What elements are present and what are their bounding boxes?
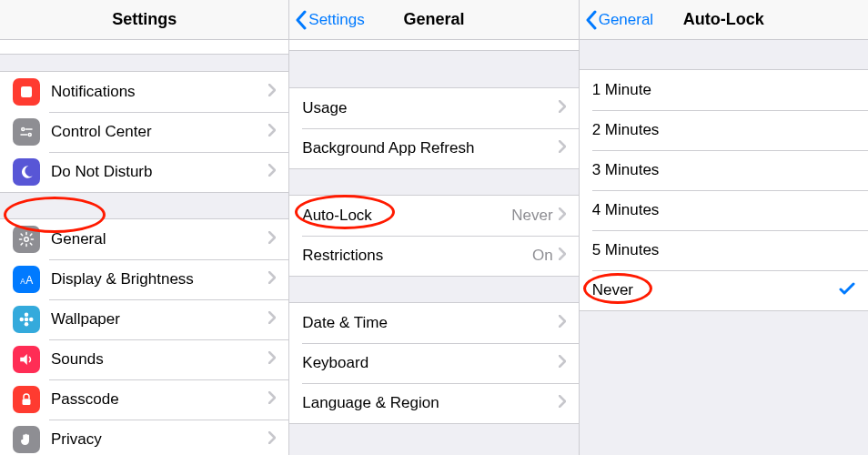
row-background-app-refresh[interactable]: Background App Refresh: [289, 128, 578, 168]
row-label: Wallpaper: [51, 310, 268, 329]
row-label: Keyboard: [302, 354, 558, 372]
svg-point-5: [25, 238, 29, 242]
autolock-options-group: 1 Minute 2 Minutes 3 Minutes 4 Minutes 5…: [580, 69, 868, 311]
row-label: 4 Minutes: [592, 201, 855, 219]
option-3-minutes[interactable]: 3 Minutes: [580, 150, 868, 190]
chevron-right-icon: [559, 394, 566, 412]
autolock-body: 1 Minute 2 Minutes 3 Minutes 4 Minutes 5…: [580, 40, 868, 455]
row-label: Auto-Lock: [302, 207, 511, 225]
row-language-region[interactable]: Language & Region: [289, 383, 578, 423]
chevron-right-icon: [559, 247, 566, 265]
svg-text:A: A: [25, 274, 33, 287]
general-group-3: Date & Time Keyboard Language & Region: [289, 302, 578, 424]
chevron-right-icon: [268, 230, 276, 248]
chevron-right-icon: [268, 163, 276, 181]
general-screen: Settings General Usage Background App Re…: [288, 0, 578, 455]
chevron-right-icon: [268, 430, 276, 449]
svg-point-11: [20, 318, 25, 322]
gear-icon: [13, 226, 40, 253]
row-label: Notifications: [51, 83, 268, 101]
partial-row-top: [289, 40, 578, 51]
row-label: 1 Minute: [592, 81, 855, 99]
chevron-right-icon: [268, 123, 276, 141]
row-label: Do Not Disturb: [51, 163, 268, 181]
autolock-screen: General Auto-Lock 1 Minute 2 Minutes 3 M…: [579, 0, 868, 455]
back-label: Settings: [308, 11, 364, 29]
row-label: Restrictions: [302, 247, 532, 265]
row-control-center[interactable]: Control Center: [0, 112, 288, 152]
row-restrictions[interactable]: Restrictions On: [289, 236, 578, 276]
flower-icon: [13, 306, 40, 333]
chevron-right-icon: [268, 350, 276, 369]
settings-group-1: Notifications Control Center Do Not Dist…: [0, 71, 288, 193]
option-never[interactable]: Never: [580, 270, 868, 310]
svg-text:A: A: [20, 278, 25, 286]
row-wallpaper[interactable]: Wallpaper: [0, 299, 288, 339]
row-label: Date & Time: [302, 314, 558, 332]
general-group-1: Usage Background App Refresh: [289, 87, 578, 169]
chevron-left-icon: [585, 10, 597, 30]
back-button[interactable]: General: [580, 10, 653, 30]
moon-icon: [13, 158, 40, 186]
chevron-right-icon: [268, 310, 276, 329]
checkmark-icon: [839, 281, 855, 299]
chevron-right-icon: [268, 83, 276, 101]
nav-title: Settings: [0, 10, 288, 29]
row-passcode[interactable]: Passcode: [0, 379, 288, 420]
row-label: Display & Brightness: [51, 270, 268, 288]
row-sounds[interactable]: Sounds: [0, 339, 288, 379]
option-5-minutes[interactable]: 5 Minutes: [580, 230, 868, 270]
row-label: 3 Minutes: [592, 161, 855, 179]
partial-row-top: [0, 40, 288, 55]
row-label: Never: [592, 281, 839, 299]
chevron-right-icon: [268, 270, 276, 288]
row-label: Usage: [302, 99, 558, 117]
general-body: Usage Background App Refresh Auto-Lock N…: [289, 40, 578, 455]
general-group-2: Auto-Lock Never Restrictions On: [289, 195, 578, 277]
row-label: Control Center: [51, 123, 268, 141]
svg-rect-0: [21, 86, 32, 97]
control-center-icon: [13, 118, 40, 146]
chevron-right-icon: [559, 314, 566, 332]
option-2-minutes[interactable]: 2 Minutes: [580, 110, 868, 150]
option-4-minutes[interactable]: 4 Minutes: [580, 190, 868, 230]
row-label: Language & Region: [302, 394, 558, 412]
svg-marker-13: [20, 354, 27, 365]
notifications-icon: [13, 78, 40, 106]
svg-point-3: [28, 134, 31, 136]
row-label: General: [51, 230, 268, 248]
row-keyboard[interactable]: Keyboard: [289, 343, 578, 383]
chevron-right-icon: [559, 99, 566, 117]
row-notifications[interactable]: Notifications: [0, 72, 288, 112]
svg-point-9: [25, 313, 29, 318]
row-privacy[interactable]: Privacy: [0, 420, 288, 455]
row-date-time[interactable]: Date & Time: [289, 303, 578, 343]
svg-rect-14: [23, 399, 31, 405]
back-label: General: [599, 11, 653, 29]
row-do-not-disturb[interactable]: Do Not Disturb: [0, 152, 288, 192]
back-button[interactable]: Settings: [289, 10, 364, 30]
settings-body: Notifications Control Center Do Not Dist…: [0, 40, 288, 455]
row-value: On: [532, 247, 553, 265]
row-auto-lock[interactable]: Auto-Lock Never: [289, 196, 578, 236]
nav-bar: Settings General: [289, 0, 578, 40]
hand-icon: [13, 426, 40, 453]
svg-point-10: [25, 322, 29, 327]
row-display-brightness[interactable]: AA Display & Brightness: [0, 259, 288, 299]
option-1-minute[interactable]: 1 Minute: [580, 70, 868, 110]
chevron-right-icon: [559, 207, 566, 225]
settings-group-2: General AA Display & Brightness Wallpape…: [0, 218, 288, 455]
text-size-icon: AA: [13, 266, 40, 293]
chevron-right-icon: [559, 139, 566, 157]
speaker-icon: [13, 346, 40, 373]
row-value: Never: [511, 207, 552, 225]
row-general[interactable]: General: [0, 219, 288, 259]
svg-point-1: [22, 128, 25, 131]
chevron-right-icon: [268, 390, 276, 409]
nav-bar: Settings: [0, 0, 288, 40]
row-label: Sounds: [51, 350, 268, 369]
svg-point-8: [25, 318, 29, 322]
svg-point-12: [29, 318, 34, 322]
chevron-right-icon: [559, 354, 566, 372]
row-usage[interactable]: Usage: [289, 88, 578, 128]
